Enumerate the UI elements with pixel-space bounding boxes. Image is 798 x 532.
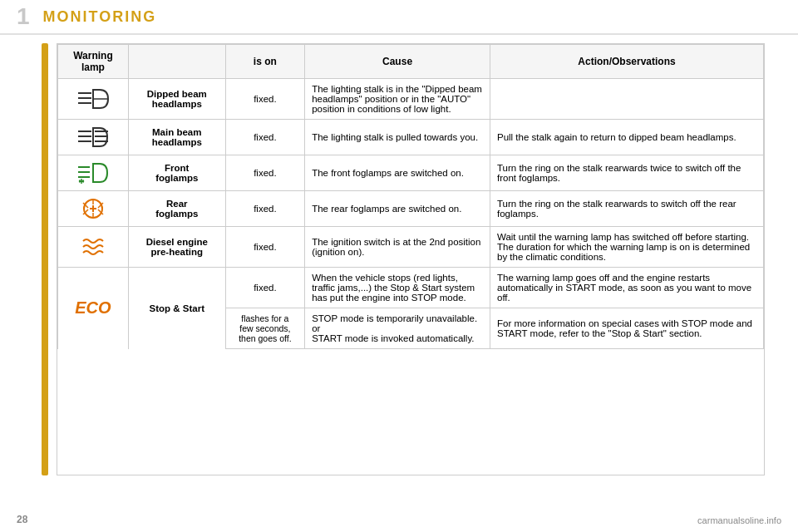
lamp-icon-cell xyxy=(58,227,129,268)
lamp-cause-cell: The lighting stalk is pulled towards you… xyxy=(305,120,490,155)
monitoring-table-wrapper: Warning lamp is on Cause Action/Observat… xyxy=(57,43,765,475)
lamp-action-cell: For more information on special cases wi… xyxy=(490,308,763,349)
lamp-action-cell: Pull the stalk again to return to dipped… xyxy=(490,120,763,155)
table-row: Diesel enginepre-heating fixed. The igni… xyxy=(58,227,764,268)
lamp-icon-cell-eco: ECO xyxy=(58,268,129,349)
lamp-name-cell: Dipped beamheadlamps xyxy=(128,79,225,120)
chapter-number: 1 xyxy=(17,5,30,28)
lamp-action-cell: Turn the ring on the stalk rearwards to … xyxy=(490,191,763,227)
lamp-cause-cell: STOP mode is temporarily unavailable.orS… xyxy=(305,308,490,349)
col-header-ison: is on xyxy=(225,45,305,79)
lamp-name-cell-eco: Stop & Start xyxy=(128,268,225,349)
lamp-ison-cell: fixed. xyxy=(225,120,305,155)
lamp-action-cell: Wait until the warning lamp has switched… xyxy=(490,227,763,268)
lamp-cause-cell: The front foglamps are switched on. xyxy=(305,155,490,191)
lamp-icon-cell xyxy=(58,79,129,120)
main-content: Warning lamp is on Cause Action/Observat… xyxy=(0,35,798,484)
dipped-beam-icon xyxy=(65,86,121,111)
lamp-cause-cell: The rear foglamps are switched on. xyxy=(305,191,490,227)
lamp-action-cell: Turn the ring on the stalk rearwards twi… xyxy=(490,155,763,191)
page-header: 1 MONITORING xyxy=(0,0,798,35)
table-row: Main beamheadlamps fixed. The lighting s… xyxy=(58,120,764,155)
lamp-ison-cell: fixed. xyxy=(225,155,305,191)
eco-icon: ECO xyxy=(65,298,121,318)
site-logo: carmanualsoline.info xyxy=(697,515,781,525)
lamp-ison-cell: fixed. xyxy=(225,227,305,268)
page-number: 28 xyxy=(17,514,27,525)
lamp-cause-cell: The lighting stalk is in the "Dipped bea… xyxy=(305,79,490,120)
lamp-cause-cell: The ignition switch is at the 2nd positi… xyxy=(305,227,490,268)
col-header-lamp: Warning lamp xyxy=(58,45,129,79)
main-beam-icon xyxy=(65,125,121,150)
table-row: Frontfoglamps fixed. The front foglamps … xyxy=(58,155,764,191)
lamp-name-cell: Main beamheadlamps xyxy=(128,120,225,155)
monitoring-table: Warning lamp is on Cause Action/Observat… xyxy=(57,44,764,349)
diesel-preheat-icon xyxy=(65,234,121,259)
front-fog-icon xyxy=(65,160,121,185)
lamp-ison-cell: flashes for afew seconds,then goes off. xyxy=(225,308,305,349)
lamp-name-cell: Diesel enginepre-heating xyxy=(128,227,225,268)
table-row: ECO Stop & Start fixed. When the vehicle… xyxy=(58,268,764,308)
section-indicator-bar xyxy=(42,43,48,475)
col-header-action: Action/Observations xyxy=(490,45,763,79)
col-header-cause: Cause xyxy=(305,45,490,79)
lamp-icon-cell xyxy=(58,155,129,191)
lamp-icon-cell xyxy=(58,191,129,227)
table-row: Rearfoglamps fixed. The rear foglamps ar… xyxy=(58,191,764,227)
chapter-title: MONITORING xyxy=(43,8,157,26)
lamp-action-cell xyxy=(490,79,763,120)
lamp-name-cell: Rearfoglamps xyxy=(128,191,225,227)
lamp-ison-cell: fixed. xyxy=(225,79,305,120)
rear-fog-icon xyxy=(65,196,121,221)
table-row: Dipped beamheadlamps fixed. The lighting… xyxy=(58,79,764,120)
lamp-ison-cell: fixed. xyxy=(225,268,305,308)
lamp-icon-cell xyxy=(58,120,129,155)
lamp-action-cell: The warning lamp goes off and the engine… xyxy=(490,268,763,308)
col-header-name xyxy=(128,45,225,79)
lamp-cause-cell: When the vehicle stops (red lights, traf… xyxy=(305,268,490,308)
lamp-ison-cell: fixed. xyxy=(225,191,305,227)
lamp-name-cell: Frontfoglamps xyxy=(128,155,225,191)
